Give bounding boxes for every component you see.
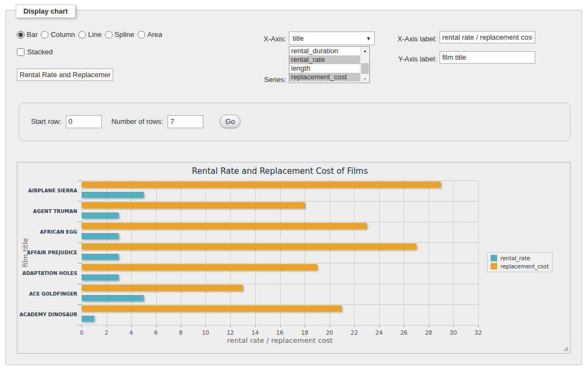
series-options: rental_durationrental_ratelengthreplacem…: [289, 47, 360, 83]
gridline-horizontal: [82, 325, 478, 325]
chart-type-option-spline[interactable]: Spline: [105, 30, 134, 39]
x-axis-selected-value: title: [293, 34, 366, 42]
x-axis-tick: [478, 325, 479, 328]
y-axis-tick: [78, 325, 82, 325]
chart-type-label: Line: [88, 30, 102, 39]
scroll-up-icon[interactable]: ▲: [361, 47, 369, 54]
bar-replacement_cost-affair-prejudice: [82, 243, 416, 249]
chart-type-label: Area: [147, 30, 162, 39]
legend-item-replacement_cost: replacement_cost: [491, 263, 549, 269]
bar-rental_rate-airplane-sierra: [82, 192, 144, 198]
gridline-horizontal: [82, 242, 478, 243]
go-button[interactable]: Go: [220, 115, 240, 128]
bar-rental_rate-affair-prejudice: [82, 254, 119, 260]
series-listbox[interactable]: rental_durationrental_ratelengthreplacem…: [289, 46, 370, 83]
chart-type-label: Bar: [27, 30, 38, 39]
y-axis-label-label: Y-Axis label:: [392, 55, 437, 63]
category-label: ACE GOLDFINGER: [17, 284, 77, 304]
chart-legend: rental_ratereplacement_cost: [487, 252, 553, 272]
start-row-label: Start row:: [31, 117, 61, 126]
y-axis-tick: [78, 180, 82, 181]
y-axis-label-input[interactable]: [440, 51, 535, 64]
x-axis-tick-label: 10: [202, 329, 209, 336]
x-axis-select-label: X-Axis:: [240, 35, 286, 43]
bar-rental_rate-academy-dinosaur: [82, 316, 94, 322]
chart-panel: Rental Rate and Replacement Cost of Film…: [17, 162, 571, 354]
x-axis-tick-label: 20: [326, 329, 333, 336]
x-axis-tick-label: 32: [474, 329, 481, 336]
series-option-rental_rate[interactable]: rental_rate: [289, 55, 360, 64]
series-list-label: Series:: [240, 76, 286, 84]
chart-type-label: Column: [51, 30, 75, 39]
gridline-vertical: [305, 180, 305, 325]
series-option-replacement_cost[interactable]: replacement_cost: [289, 73, 360, 81]
x-axis-tick-label: 16: [276, 329, 283, 336]
x-axis-tick-label: 2: [104, 329, 108, 336]
row-range-panel: Start row: Number of rows: Go: [18, 103, 571, 141]
stacked-checkbox-row: Stacked: [17, 48, 53, 56]
bar-replacement_cost-ace-goldfinger: [82, 285, 243, 291]
x-axis-label-input[interactable]: [440, 31, 535, 43]
chart-type-radio-bar[interactable]: [17, 31, 24, 39]
chart-type-radio-group: BarColumnLineSplineArea: [17, 30, 162, 39]
chart-title-input[interactable]: [17, 68, 113, 81]
legend-label: rental_rate: [500, 255, 530, 261]
x-axis-tick-label: 4: [129, 329, 133, 336]
chevron-down-icon: ▼: [366, 36, 371, 41]
chart-type-option-area[interactable]: Area: [138, 30, 162, 39]
scroll-down-icon[interactable]: ▼: [361, 75, 369, 83]
num-rows-input[interactable]: [168, 115, 203, 128]
x-axis-tick-label: 26: [400, 329, 407, 336]
gridline-horizontal: [82, 304, 478, 305]
stacked-label: Stacked: [27, 48, 53, 56]
x-axis-tick-label: 30: [450, 329, 457, 336]
x-axis-tick-label: 12: [227, 329, 234, 336]
x-axis-tick-label: 18: [301, 329, 308, 336]
start-row-input[interactable]: [66, 115, 102, 128]
x-axis-tick-label: 8: [179, 329, 183, 336]
gridline-vertical: [330, 180, 330, 325]
x-axis-label-label: X-Axis label:: [392, 35, 437, 43]
gridline-vertical: [354, 180, 355, 325]
category-label: AGENT TRUMAN: [17, 201, 77, 222]
stacked-checkbox[interactable]: [17, 48, 24, 56]
gridline-vertical: [478, 180, 479, 325]
plot-area: 02468101214161820222426283032AIRPLANE SI…: [82, 180, 478, 325]
legend-swatch-replacement_cost: [491, 263, 497, 269]
bar-rental_rate-african-egg: [82, 233, 119, 239]
chart-type-radio-spline[interactable]: [105, 31, 113, 39]
category-label: AFFAIR PREJUDICE: [17, 242, 77, 263]
chart-type-radio-line[interactable]: [78, 31, 86, 39]
y-axis-tick: [78, 222, 82, 222]
chart-type-radio-area[interactable]: [138, 31, 145, 39]
legend-label: replacement_cost: [500, 264, 549, 269]
num-rows-label: Number of rows:: [112, 117, 163, 126]
chart-type-option-bar[interactable]: Bar: [17, 30, 38, 39]
scrollbar-thumb[interactable]: [361, 63, 369, 74]
bar-rental_rate-ace-goldfinger: [82, 295, 144, 301]
y-axis-tick: [78, 304, 82, 305]
bar-replacement_cost-airplane-sierra: [82, 181, 441, 187]
y-axis-tick: [78, 201, 82, 202]
chart-type-option-column[interactable]: Column: [41, 30, 75, 39]
series-scrollbar[interactable]: ▲ ▼: [360, 47, 369, 83]
bar-replacement_cost-adaptation-holes: [82, 264, 317, 270]
gridline-horizontal: [82, 180, 478, 181]
chart-type-option-line[interactable]: Line: [78, 30, 102, 39]
chart-type-radio-column[interactable]: [41, 31, 48, 39]
bar-replacement_cost-african-egg: [82, 223, 367, 229]
resize-handle-icon[interactable]: [563, 346, 568, 352]
series-option-length[interactable]: length: [289, 64, 360, 73]
legend-item-rental_rate: rental_rate: [491, 255, 549, 261]
category-label: ADAPTATION HOLES: [17, 263, 77, 284]
y-axis-tick: [78, 284, 82, 284]
page: Display chart BarColumnLineSplineArea St…: [0, 0, 588, 370]
category-label: AIRPLANE SIERRA: [17, 180, 77, 201]
gridline-horizontal: [82, 263, 478, 264]
chart-title: Rental Rate and Replacement Cost of Film…: [82, 166, 478, 176]
x-axis-tick-label: 14: [251, 329, 258, 336]
gridline-vertical: [429, 180, 429, 325]
series-option-rental_duration[interactable]: rental_duration: [289, 47, 360, 55]
x-axis-select[interactable]: title ▼: [289, 32, 375, 45]
gridline-vertical: [453, 180, 454, 325]
